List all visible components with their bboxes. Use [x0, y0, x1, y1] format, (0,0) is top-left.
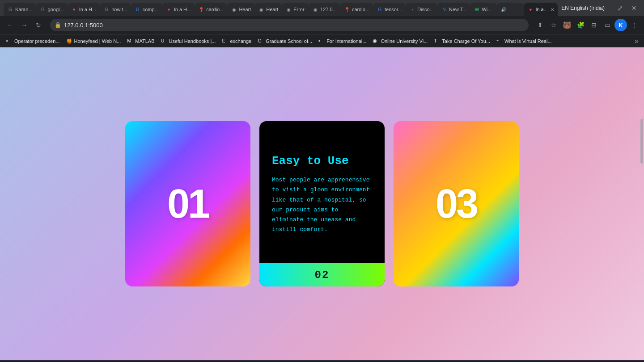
browser-tab-t4[interactable]: Ghow t...: [100, 3, 131, 16]
sidebar-toggle[interactable]: ▭: [601, 19, 614, 31]
more-menu-button[interactable]: ⋮: [628, 19, 640, 31]
scrollbar-thumb[interactable]: [640, 119, 643, 164]
tab-favicon: G: [103, 6, 110, 13]
tab-label: New T...: [449, 7, 467, 12]
tab-label: Heart: [266, 7, 278, 12]
bookmark-favicon: G: [258, 38, 264, 44]
tab-label: In a H...: [79, 7, 97, 12]
bookmark-label: Operator preceden...: [14, 38, 60, 44]
bookmark-item[interactable]: ▪Operator preceden...: [4, 36, 63, 46]
browser-tab-t11[interactable]: ◉127.0...: [309, 3, 340, 16]
language-indicator[interactable]: EN English (India): [558, 4, 608, 12]
tab-bar-actions: EN English (India) ⤢ ✕: [558, 2, 640, 16]
bookmark-favicon: ▪: [318, 38, 325, 44]
profile-button[interactable]: K: [614, 19, 627, 31]
bookmark-button[interactable]: ☆: [547, 19, 560, 31]
address-text: 127.0.0.1:5000: [64, 22, 524, 29]
browser-tab-t9[interactable]: ◉Heart: [254, 3, 282, 16]
browser-tab-t13[interactable]: Gtensor...: [373, 3, 406, 16]
cards-container: 01 Easy to Use Most people are apprehens…: [0, 121, 644, 286]
browser-tab-t1[interactable]: GKaran...: [4, 3, 36, 16]
tab-favicon: G: [40, 6, 46, 13]
card-02-footer: 02: [259, 263, 385, 286]
bookmark-item[interactable]: MMATLAB: [124, 36, 157, 46]
browser-tab-t7[interactable]: 📍cardio...: [195, 3, 227, 16]
card-03-number: 03: [436, 181, 477, 227]
tab-label: Heart: [239, 7, 251, 12]
tab-label: In a H...: [174, 7, 191, 12]
tab-label: In a...: [535, 7, 548, 12]
tab-bar: GKaran...Ggoogl...♥In a H...Ghow t...Gco…: [0, 0, 644, 16]
tab-label: Disco...: [417, 7, 434, 12]
browser-tab-t17[interactable]: 🔊: [497, 3, 524, 16]
tab-favicon: G: [135, 6, 141, 13]
media-button[interactable]: ⊟: [588, 19, 600, 31]
downloads-bar: ▶WhatsApp Video....mp4∧CSSjithack (1).cs…: [0, 360, 644, 362]
browser-chrome: GKaran...Ggoogl...♥In a H...Ghow t...Gco…: [0, 0, 644, 362]
bookmark-favicon: M: [127, 38, 133, 44]
tab-label: comp...: [143, 7, 159, 12]
tab-favicon: ▪: [409, 6, 415, 13]
bookmark-favicon: ◉: [373, 38, 379, 44]
browser-tab-t14[interactable]: ▪Disco...: [406, 3, 437, 16]
tab-favicon: ◉: [312, 6, 318, 13]
tab-label: googl...: [48, 7, 64, 12]
browser-tab-t12[interactable]: 📍cardio...: [340, 3, 373, 16]
tab-label: how t...: [111, 7, 127, 12]
bookmark-item[interactable]: ▪For International...: [316, 36, 369, 46]
tab-favicon: W: [474, 6, 480, 13]
browser-tab-t18[interactable]: ♥In a...✕: [524, 3, 558, 16]
browser-tab-t3[interactable]: ♥In a H...: [68, 3, 100, 16]
close-browser-button[interactable]: ✕: [628, 2, 640, 14]
bookmark-label: Graduate School of...: [266, 38, 312, 44]
forward-button[interactable]: →: [18, 19, 30, 31]
browser-tab-t5[interactable]: Gcomp...: [131, 3, 162, 16]
tab-favicon: 🔊: [500, 6, 507, 13]
browser-tab-t15[interactable]: NNew T...: [437, 3, 470, 16]
tab-label: Error: [293, 7, 305, 12]
share-button[interactable]: ⬆: [534, 19, 547, 31]
bookmark-favicon: ~: [496, 38, 503, 44]
address-bar[interactable]: 🔒 127.0.0.1:5000: [50, 19, 529, 31]
bookmark-label: Honeyfeed | Web N...: [74, 38, 121, 44]
refresh-button[interactable]: ↻: [32, 19, 45, 31]
browser-tab-t8[interactable]: ◉Heart: [227, 3, 254, 16]
bookmark-item[interactable]: TTake Charge Of You...: [431, 36, 493, 46]
scrollbar-track[interactable]: [640, 47, 644, 360]
tab-favicon: ◉: [231, 6, 237, 13]
tab-favicon: G: [7, 6, 13, 13]
bookmark-favicon: T: [434, 38, 440, 44]
bookmarks-more[interactable]: »: [633, 37, 640, 45]
bookmark-item[interactable]: ◉Online University Vi...: [370, 36, 430, 46]
browser-tab-t16[interactable]: WWi...: [470, 3, 497, 16]
tab-label: Karan...: [15, 7, 33, 12]
back-button[interactable]: ←: [4, 19, 16, 31]
tab-favicon: 📍: [198, 6, 204, 13]
browser-tab-t2[interactable]: Ggoogl...: [36, 3, 68, 16]
bookmark-item[interactable]: 🍯Honeyfeed | Web N...: [64, 36, 124, 46]
bookmark-item[interactable]: UUseful Handbooks |...: [158, 36, 218, 46]
bookmark-item[interactable]: Eexchange: [219, 36, 254, 46]
card-02-footer-number: 02: [315, 269, 330, 281]
browser-tab-t10[interactable]: ◉Error: [282, 3, 309, 16]
bookmark-label: Take Charge Of You...: [442, 38, 490, 44]
bookmark-item[interactable]: ~What is Virtual Real...: [494, 36, 555, 46]
bookmark-favicon: E: [222, 38, 228, 44]
card-02-title: Easy to Use: [272, 154, 372, 168]
tab-favicon: ♥: [527, 6, 534, 13]
tab-close-button[interactable]: ✕: [551, 7, 554, 12]
tab-label: Wi...: [482, 7, 493, 12]
lock-icon: 🔒: [55, 22, 61, 28]
toolbar-actions: ⬆ ☆ 🐻 🧩 ⊟ ▭ K ⋮: [534, 19, 640, 31]
extensions-button[interactable]: 🧩: [574, 19, 587, 31]
bookmark-favicon: ▪: [6, 38, 13, 44]
extension-honey-button[interactable]: 🐻: [561, 19, 573, 31]
bookmark-label: MATLAB: [135, 38, 154, 44]
browser-tab-t6[interactable]: ♥In a H...: [162, 3, 195, 16]
expand-button[interactable]: ⤢: [614, 2, 626, 14]
tab-label: cardio...: [206, 7, 224, 12]
card-01-number: 01: [167, 181, 208, 227]
card-02: Easy to Use Most people are apprehensive…: [259, 121, 385, 286]
bookmark-item[interactable]: GGraduate School of...: [255, 36, 315, 46]
tab-label: tensor...: [385, 7, 402, 12]
